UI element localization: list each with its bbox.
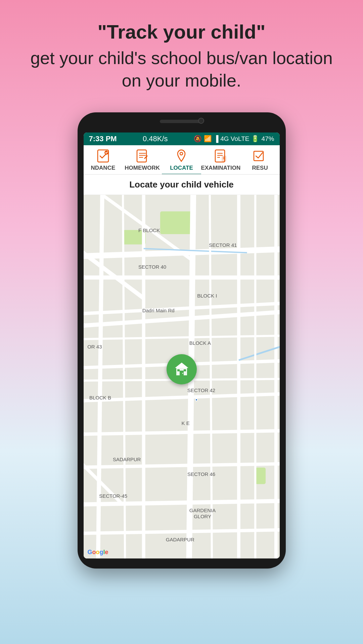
status-speed: 0.48K/s [143,135,168,143]
promo-subtext: get your child's school bus/van location… [27,47,336,92]
map-container[interactable]: F BLOCK SECTOR 41 SECTOR 40 Dadri Main R… [84,195,280,558]
status-right: 🔕 📶 ▐ 4G VoLTE 🔋 47% [194,135,274,143]
signal-icon: ▐ [214,135,218,143]
wifi-icon: 📶 [204,135,212,143]
mute-icon: 🔕 [194,135,202,143]
tab-examination-label: EXAMINATION [201,165,240,171]
battery-pct: 47% [261,135,274,143]
svg-rect-49 [184,369,186,371]
phone-mockup: 7:33 PM 0.48K/s 🔕 📶 ▐ 4G VoLTE 🔋 47% [78,112,286,569]
svg-point-6 [180,152,183,155]
svg-marker-45 [175,363,188,368]
svg-rect-48 [177,369,180,371]
tab-locate[interactable]: LOCATE [162,145,201,174]
tab-result-label: RESU [252,165,268,171]
phone-speaker [160,120,203,123]
svg-rect-14 [254,151,263,161]
svg-rect-47 [180,371,184,375]
tab-attendance-label: NDANCE [91,165,116,171]
page-title: Locate your child vehicle [84,175,280,195]
tab-examination[interactable]: EXAMINATION [201,145,240,174]
svg-rect-19 [255,468,266,484]
battery-icon: 🔋 [251,135,259,143]
phone-camera [198,118,204,124]
google-logo: Google [88,549,108,556]
phone-screen: 7:33 PM 0.48K/s 🔕 📶 ▐ 4G VoLTE 🔋 47% [84,132,280,558]
promo-section: "Track your child" get your child's scho… [0,0,363,106]
tab-attendance[interactable]: NDANCE [84,145,123,174]
tab-result[interactable]: RESU [240,145,280,174]
nav-tabs: NDANCE HOMEWORK LOCATE [84,145,280,175]
svg-rect-2 [137,150,146,162]
status-time: 7:33 PM [89,135,117,143]
network-type: 4G VoLTE [220,135,249,143]
tab-homework[interactable]: HOMEWORK [123,145,162,174]
svg-point-50 [182,373,183,374]
tab-homework-label: HOMEWORK [125,165,160,171]
status-bar: 7:33 PM 0.48K/s 🔕 📶 ▐ 4G VoLTE 🔋 47% [84,132,280,145]
svg-rect-16 [160,211,193,234]
school-marker[interactable] [167,354,197,384]
tab-locate-label: LOCATE [170,165,193,171]
promo-headline: "Track your child" [27,20,336,44]
